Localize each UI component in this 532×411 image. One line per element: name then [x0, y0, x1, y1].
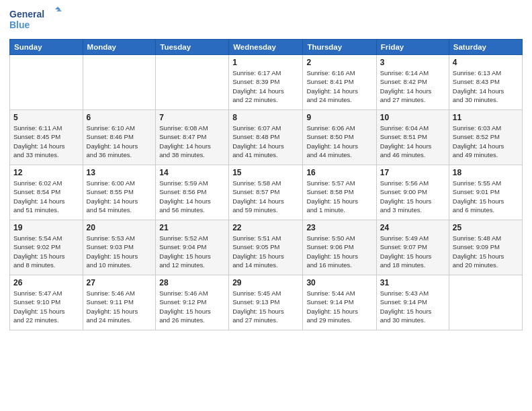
calendar-cell: 18Sunrise: 5:55 AM Sunset: 9:01 PM Dayli… — [449, 165, 522, 220]
day-info: Sunrise: 5:47 AM Sunset: 9:10 PM Dayligh… — [13, 289, 79, 324]
day-info: Sunrise: 6:13 AM Sunset: 8:43 PM Dayligh… — [453, 68, 519, 104]
day-number: 21 — [159, 223, 225, 232]
day-info: Sunrise: 5:46 AM Sunset: 9:12 PM Dayligh… — [159, 289, 225, 324]
day-number: 4 — [453, 58, 519, 67]
day-number: 9 — [306, 113, 372, 122]
week-row-4: 19Sunrise: 5:54 AM Sunset: 9:02 PM Dayli… — [10, 220, 523, 275]
day-info: Sunrise: 6:06 AM Sunset: 8:50 PM Dayligh… — [306, 124, 372, 159]
week-row-3: 12Sunrise: 6:02 AM Sunset: 8:54 PM Dayli… — [10, 165, 523, 220]
day-info: Sunrise: 6:00 AM Sunset: 8:55 PM Dayligh… — [87, 179, 152, 214]
day-number: 13 — [87, 168, 152, 177]
day-number: 27 — [87, 278, 152, 287]
day-info: Sunrise: 6:14 AM Sunset: 8:42 PM Dayligh… — [380, 68, 445, 104]
day-number: 7 — [159, 113, 225, 122]
day-number: 12 — [13, 168, 79, 177]
day-number: 1 — [232, 58, 299, 67]
header: General Blue — [9, 7, 523, 35]
calendar-cell — [10, 55, 83, 110]
day-info: Sunrise: 6:16 AM Sunset: 8:41 PM Dayligh… — [306, 68, 372, 104]
day-info: Sunrise: 5:59 AM Sunset: 8:56 PM Dayligh… — [159, 179, 225, 214]
day-info: Sunrise: 5:50 AM Sunset: 9:06 PM Dayligh… — [306, 234, 372, 269]
calendar-cell: 25Sunrise: 5:48 AM Sunset: 9:09 PM Dayli… — [449, 220, 522, 275]
header-row: SundayMondayTuesdayWednesdayThursdayFrid… — [10, 40, 523, 55]
day-number: 14 — [159, 168, 225, 177]
calendar-cell: 23Sunrise: 5:50 AM Sunset: 9:06 PM Dayli… — [303, 220, 376, 275]
calendar-cell: 30Sunrise: 5:44 AM Sunset: 9:14 PM Dayli… — [303, 275, 376, 330]
day-number: 25 — [453, 223, 519, 232]
calendar-cell: 26Sunrise: 5:47 AM Sunset: 9:10 PM Dayli… — [10, 275, 83, 330]
calendar-cell: 16Sunrise: 5:57 AM Sunset: 8:58 PM Dayli… — [303, 165, 376, 220]
week-row-2: 5Sunrise: 6:11 AM Sunset: 8:45 PM Daylig… — [10, 110, 523, 165]
day-info: Sunrise: 5:58 AM Sunset: 8:57 PM Dayligh… — [232, 179, 299, 214]
col-header-monday: Monday — [83, 40, 156, 55]
calendar-cell: 5Sunrise: 6:11 AM Sunset: 8:45 PM Daylig… — [10, 110, 83, 165]
day-info: Sunrise: 5:53 AM Sunset: 9:03 PM Dayligh… — [87, 234, 152, 269]
day-info: Sunrise: 5:48 AM Sunset: 9:09 PM Dayligh… — [453, 234, 519, 269]
day-info: Sunrise: 6:03 AM Sunset: 8:52 PM Dayligh… — [453, 124, 519, 159]
calendar-cell: 6Sunrise: 6:10 AM Sunset: 8:46 PM Daylig… — [83, 110, 156, 165]
calendar-cell: 11Sunrise: 6:03 AM Sunset: 8:52 PM Dayli… — [449, 110, 522, 165]
calendar-cell: 19Sunrise: 5:54 AM Sunset: 9:02 PM Dayli… — [10, 220, 83, 275]
day-number: 11 — [453, 113, 519, 122]
day-info: Sunrise: 5:54 AM Sunset: 9:02 PM Dayligh… — [13, 234, 79, 269]
day-info: Sunrise: 5:44 AM Sunset: 9:14 PM Dayligh… — [306, 289, 372, 324]
day-number: 30 — [306, 278, 372, 287]
calendar-cell: 20Sunrise: 5:53 AM Sunset: 9:03 PM Dayli… — [83, 220, 156, 275]
calendar-cell: 29Sunrise: 5:45 AM Sunset: 9:13 PM Dayli… — [229, 275, 303, 330]
col-header-tuesday: Tuesday — [156, 40, 229, 55]
day-number: 26 — [13, 278, 79, 287]
day-number: 10 — [380, 113, 445, 122]
col-header-sunday: Sunday — [10, 40, 83, 55]
week-row-5: 26Sunrise: 5:47 AM Sunset: 9:10 PM Dayli… — [10, 275, 523, 330]
calendar-cell: 2Sunrise: 6:16 AM Sunset: 8:41 PM Daylig… — [303, 55, 376, 110]
day-info: Sunrise: 6:11 AM Sunset: 8:45 PM Dayligh… — [13, 124, 79, 159]
calendar-cell: 7Sunrise: 6:08 AM Sunset: 8:47 PM Daylig… — [156, 110, 229, 165]
day-number: 19 — [13, 223, 79, 232]
day-info: Sunrise: 6:10 AM Sunset: 8:46 PM Dayligh… — [87, 124, 152, 159]
day-info: Sunrise: 5:43 AM Sunset: 9:14 PM Dayligh… — [380, 289, 445, 324]
page: General Blue SundayMondayTuesdayWednesda… — [0, 0, 532, 411]
calendar-cell: 28Sunrise: 5:46 AM Sunset: 9:12 PM Dayli… — [156, 275, 229, 330]
calendar-cell: 1Sunrise: 6:17 AM Sunset: 8:39 PM Daylig… — [229, 55, 303, 110]
calendar-cell: 8Sunrise: 6:07 AM Sunset: 8:48 PM Daylig… — [229, 110, 303, 165]
col-header-saturday: Saturday — [449, 40, 522, 55]
week-row-1: 1Sunrise: 6:17 AM Sunset: 8:39 PM Daylig… — [10, 55, 523, 110]
calendar-cell: 21Sunrise: 5:52 AM Sunset: 9:04 PM Dayli… — [156, 220, 229, 275]
day-info: Sunrise: 6:17 AM Sunset: 8:39 PM Dayligh… — [232, 68, 299, 104]
day-number: 22 — [232, 223, 299, 232]
calendar-cell: 27Sunrise: 5:46 AM Sunset: 9:11 PM Dayli… — [83, 275, 156, 330]
calendar-cell: 10Sunrise: 6:04 AM Sunset: 8:51 PM Dayli… — [376, 110, 449, 165]
day-number: 5 — [13, 113, 79, 122]
day-info: Sunrise: 5:55 AM Sunset: 9:01 PM Dayligh… — [453, 179, 519, 214]
day-info: Sunrise: 5:52 AM Sunset: 9:04 PM Dayligh… — [159, 234, 225, 269]
calendar-cell: 13Sunrise: 6:00 AM Sunset: 8:55 PM Dayli… — [83, 165, 156, 220]
calendar-cell: 24Sunrise: 5:49 AM Sunset: 9:07 PM Dayli… — [376, 220, 449, 275]
day-info: Sunrise: 6:08 AM Sunset: 8:47 PM Dayligh… — [159, 124, 225, 159]
day-info: Sunrise: 6:04 AM Sunset: 8:51 PM Dayligh… — [380, 124, 445, 159]
day-number: 3 — [380, 58, 445, 67]
calendar-cell: 4Sunrise: 6:13 AM Sunset: 8:43 PM Daylig… — [449, 55, 522, 110]
svg-marker-2 — [55, 7, 60, 9]
col-header-thursday: Thursday — [303, 40, 376, 55]
calendar-cell — [83, 55, 156, 110]
svg-text:General: General — [9, 9, 44, 19]
day-info: Sunrise: 5:51 AM Sunset: 9:05 PM Dayligh… — [232, 234, 299, 269]
col-header-friday: Friday — [376, 40, 449, 55]
calendar: SundayMondayTuesdayWednesdayThursdayFrid… — [9, 39, 523, 330]
day-info: Sunrise: 6:07 AM Sunset: 8:48 PM Dayligh… — [232, 124, 299, 159]
day-number: 20 — [87, 223, 152, 232]
day-info: Sunrise: 5:49 AM Sunset: 9:07 PM Dayligh… — [380, 234, 445, 269]
calendar-cell — [449, 275, 522, 330]
day-number: 29 — [232, 278, 299, 287]
calendar-cell: 9Sunrise: 6:06 AM Sunset: 8:50 PM Daylig… — [303, 110, 376, 165]
calendar-cell: 14Sunrise: 5:59 AM Sunset: 8:56 PM Dayli… — [156, 165, 229, 220]
day-number: 24 — [380, 223, 445, 232]
day-info: Sunrise: 5:45 AM Sunset: 9:13 PM Dayligh… — [232, 289, 299, 324]
calendar-cell: 3Sunrise: 6:14 AM Sunset: 8:42 PM Daylig… — [376, 55, 449, 110]
day-number: 23 — [306, 223, 372, 232]
day-info: Sunrise: 6:02 AM Sunset: 8:54 PM Dayligh… — [13, 179, 79, 214]
day-number: 15 — [232, 168, 299, 177]
day-number: 8 — [232, 113, 299, 122]
col-header-wednesday: Wednesday — [229, 40, 303, 55]
day-number: 31 — [380, 278, 445, 287]
